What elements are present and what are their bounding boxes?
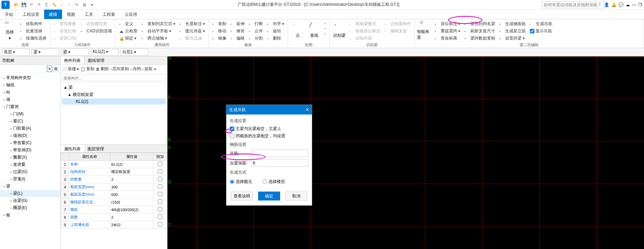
archive-button[interactable]: ▫存档 xyxy=(130,66,141,72)
same-section-checkbox[interactable]: 同截面的次梁相交，均设置 xyxy=(230,133,308,139)
tab-quantity[interactable]: 工程量 xyxy=(98,10,120,19)
drawing-canvas[interactable]: G F E 0 D C 生成吊筋 ✕ 生成位置 主梁与次梁相交，主梁上 同截面的… xyxy=(167,56,644,249)
gen-frame-rebar-button[interactable]: ▫生成架立筋 xyxy=(499,28,527,34)
nav-item[interactable]: ▫板 xyxy=(0,212,60,219)
property-row[interactable]: 8肢数2 xyxy=(61,214,167,221)
qat-item2-icon[interactable]: ▫ xyxy=(66,2,72,8)
view-grid-icon[interactable]: ⊞ xyxy=(53,66,59,72)
smart-layout-button[interactable]: ⊞智能布置 xyxy=(417,20,432,41)
property-row[interactable]: 3跨数量2 xyxy=(61,176,167,183)
nav-item[interactable]: ▫圈梁(E) xyxy=(0,204,60,212)
set-arch-beam-button[interactable]: ▫设置拱梁▾ xyxy=(499,35,527,42)
tab-project-settings[interactable]: 工程设置 xyxy=(18,10,44,19)
line-button[interactable]: ╱直线 xyxy=(307,20,322,41)
point-button[interactable]: ·点 xyxy=(290,20,305,41)
apply-same-name-button[interactable]: ▫应用到同名梁 xyxy=(464,21,496,27)
span-select[interactable]: 分层1 ▾ xyxy=(121,49,148,56)
dialog-close-icon[interactable]: ✕ xyxy=(306,107,309,112)
show-stirrup-button[interactable]: 显示吊筋 xyxy=(529,28,553,34)
qat-redo-icon[interactable]: ↷ xyxy=(36,2,42,8)
nav-item[interactable]: ▫常用构件类型 xyxy=(0,74,60,82)
qat-expand-icon[interactable]: ▾ xyxy=(89,2,95,8)
tab-start[interactable]: 开始 xyxy=(0,10,18,19)
qat-item3-icon[interactable]: ✎ xyxy=(74,2,80,8)
select-element-radio[interactable]: 选择图元 xyxy=(230,179,252,185)
copy-member-button[interactable]: 📋复制 xyxy=(80,66,94,72)
nav-item[interactable]: ▫墙洞(D) xyxy=(0,132,60,139)
copy-button[interactable]: ▫复制 xyxy=(212,21,227,27)
toolbar-more-icon[interactable]: » xyxy=(154,67,156,72)
type-select[interactable]: 梁 ▾ xyxy=(61,49,89,56)
refresh-support-button[interactable]: ▫刷新支座尺寸 xyxy=(464,28,496,34)
two-point-axis-button[interactable]: ▫两点辅轴▾ xyxy=(141,35,176,42)
check-pos-button[interactable]: ▫校核原位标注 xyxy=(349,28,381,34)
floor-select[interactable]: 首层 ▾ xyxy=(2,49,30,56)
property-row[interactable]: 9上部通长筋2Φ22 xyxy=(61,221,167,229)
nav-item[interactable]: ▫老虎窗 xyxy=(0,161,60,168)
nav-item[interactable]: ▫飘窗(X) xyxy=(0,154,60,161)
property-row[interactable]: 7箍筋Φ8@100/200(2) xyxy=(61,206,167,214)
nav-item[interactable]: ▫门窗洞 xyxy=(0,103,60,110)
tab-cloud[interactable]: 云应用 xyxy=(120,10,142,19)
view-info-button[interactable]: 查看说明 xyxy=(231,192,253,201)
identify-beam-button[interactable]: ▫识别梁 xyxy=(332,20,347,41)
property-row[interactable]: 2结构类别楼层框架梁 xyxy=(61,168,167,176)
check-elev-button[interactable]: ▫查改标高 xyxy=(434,35,461,42)
help-search-input[interactable] xyxy=(542,1,604,8)
tab-view[interactable]: 视图 xyxy=(62,10,80,19)
qat-item-icon[interactable]: ▫ xyxy=(59,2,65,8)
new-button[interactable]: 📄新建▾ xyxy=(62,66,79,72)
length-dim-button[interactable]: ▫长度标注▾ xyxy=(179,21,206,27)
copy-to-floor-button[interactable]: ▫复制到其它层▾ xyxy=(141,21,176,27)
break-button[interactable]: ▫打断 xyxy=(248,21,264,27)
user-avatar-icon[interactable]: 👤 xyxy=(604,2,609,7)
merge-button[interactable]: ▫合并 xyxy=(248,28,264,34)
nav-item[interactable]: ▫带形窗(C) xyxy=(0,139,60,147)
bell-icon[interactable]: 🔔 xyxy=(611,2,616,7)
property-row[interactable]: 4截面宽度(mm)300 xyxy=(61,183,167,191)
delete-member-button[interactable]: 🗑删除 xyxy=(96,66,109,72)
nav-item[interactable]: ▫窗(C) xyxy=(0,118,60,125)
qat-sum-icon[interactable]: Σ xyxy=(43,2,50,8)
rotate-button[interactable]: ▫旋转 xyxy=(266,28,285,34)
delete-button[interactable]: ▫删除 xyxy=(266,35,285,42)
cad-options-button[interactable]: ▫CAD识别选项 xyxy=(80,28,112,34)
nav-item[interactable]: ▫连梁(G) xyxy=(0,197,60,204)
nav-item[interactable]: ▫梁 xyxy=(0,183,60,190)
chat-icon[interactable]: 💬 xyxy=(619,2,624,7)
gen-stirrup-button[interactable]: ▫生成吊筋 xyxy=(529,21,553,27)
cancel-button[interactable]: 取消 xyxy=(285,192,307,201)
nav-item[interactable]: ▫门联窗(A) xyxy=(0,125,60,132)
check-beam-button[interactable]: ▫校核梁图元 xyxy=(349,21,381,27)
minimize-icon[interactable]: — xyxy=(632,2,636,7)
tab-member-list[interactable]: 构件列表 xyxy=(61,56,84,64)
qat-open-icon[interactable]: 📂 xyxy=(13,2,19,8)
nav-item[interactable]: ▫带形洞(D) xyxy=(0,147,60,154)
tab-prop-list[interactable]: 属性列表 xyxy=(61,145,84,152)
offset-button[interactable]: ▫偏移 xyxy=(230,35,245,42)
nav-item[interactable]: ▫门(M) xyxy=(0,110,60,118)
batch-select-button[interactable]: ▫批量选择 xyxy=(19,28,47,34)
property-row[interactable]: 1名称KL1(2) xyxy=(61,161,167,168)
gen-side-rebar-button[interactable]: ▫生成侧面筋 xyxy=(499,21,527,27)
copy-span-data-button[interactable]: ▫梁跨数据复制 xyxy=(464,35,496,42)
qat-undo-icon[interactable]: ↶ xyxy=(28,2,34,8)
floor-copy-button[interactable]: ▫层间复制 xyxy=(110,66,129,72)
tab-layer-mgr[interactable]: 图层管理 xyxy=(84,145,108,152)
qat-ruler-icon[interactable]: 📏 xyxy=(51,2,57,8)
nav-item[interactable]: ▫壁龛(I) xyxy=(0,175,60,183)
nav-item[interactable]: ▫轴线 xyxy=(0,82,60,89)
member-select[interactable]: KL1(2) ▾ xyxy=(91,49,119,56)
tab-tools[interactable]: 工具 xyxy=(80,10,98,19)
select-button[interactable]: ▭选择▾ xyxy=(2,20,17,41)
view-list-icon[interactable]: ≡ xyxy=(47,66,52,72)
tree-beam-root[interactable]: ▲ 梁 xyxy=(62,84,166,91)
category-select[interactable]: 梁 ▾ xyxy=(32,49,59,56)
identify-stirrup-button[interactable]: ▫识别吊筋 xyxy=(349,35,381,42)
stirrup-input[interactable] xyxy=(251,150,308,157)
mirror-button[interactable]: ▫镜像 xyxy=(212,35,227,42)
maximize-icon[interactable]: ❐ xyxy=(638,2,642,7)
ok-button[interactable]: 确定 xyxy=(258,192,280,201)
lock-button[interactable]: 🔒锁定▾ xyxy=(119,35,138,42)
nav-item[interactable]: ▫梁(L) xyxy=(0,190,60,197)
